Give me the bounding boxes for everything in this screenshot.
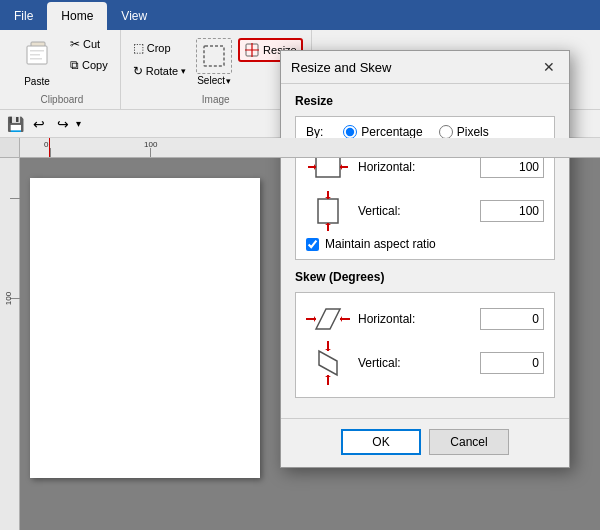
resize-percentage-label[interactable]: Percentage <box>343 125 422 139</box>
maintain-aspect-label: Maintain aspect ratio <box>325 237 436 251</box>
resize-icon <box>244 42 260 58</box>
crop-button[interactable]: ⬚ Crop <box>129 38 190 58</box>
image-group-label: Image <box>129 94 303 105</box>
copy-icon: ⧉ <box>70 58 79 72</box>
cut-icon: ✂ <box>70 37 80 51</box>
maintain-aspect-row: Maintain aspect ratio <box>306 237 544 251</box>
paste-label: Paste <box>24 76 50 87</box>
skew-section-box: Horizontal: Vertical: <box>295 292 555 398</box>
ribbon-group-clipboard: Paste ✂ Cut ⧉ Copy Clipboard <box>4 30 121 109</box>
resize-percentage-text: Percentage <box>361 125 422 139</box>
ruler-vertical: 100 <box>0 158 20 530</box>
crop-label: Crop <box>147 42 171 54</box>
skew-h-label: Horizontal: <box>358 312 472 326</box>
resize-h-label: Horizontal: <box>358 160 472 174</box>
canvas-paper <box>30 178 260 478</box>
dialog-title: Resize and Skew <box>291 60 391 75</box>
resize-by-label: By: <box>306 125 323 139</box>
svg-marker-20 <box>340 316 342 322</box>
select-button-wrapper: Select ▾ <box>196 38 232 86</box>
resize-skew-dialog[interactable]: Resize and Skew ✕ Resize By: Percentage … <box>280 50 570 468</box>
ruler-corner <box>0 138 20 158</box>
resize-pixels-radio[interactable] <box>439 125 453 139</box>
cut-label: Cut <box>83 38 100 50</box>
crop-rotate-col: ⬚ Crop ↻ Rotate ▾ <box>129 38 190 81</box>
skew-v-icon <box>306 345 350 381</box>
svg-marker-22 <box>325 349 331 351</box>
svg-rect-5 <box>204 46 224 66</box>
ruler-v-mark-100: 100 <box>4 292 13 305</box>
cancel-button[interactable]: Cancel <box>429 429 509 455</box>
skew-v-label: Vertical: <box>358 356 472 370</box>
paste-button[interactable]: Paste <box>12 34 62 92</box>
save-button[interactable]: 💾 <box>4 113 26 135</box>
copy-label: Copy <box>82 59 108 71</box>
ruler-mark-100: 100 <box>144 140 157 149</box>
ruler-mark-0: 0 <box>44 140 48 149</box>
resize-by-row: By: Percentage Pixels <box>306 125 544 139</box>
svg-rect-12 <box>318 199 338 223</box>
rotate-dropdown-icon: ▾ <box>181 66 186 76</box>
select-dropdown-icon: ▾ <box>226 76 231 86</box>
clipboard-small-buttons: ✂ Cut ⧉ Copy <box>66 34 112 75</box>
resize-v-input[interactable] <box>480 200 544 222</box>
dialog-titlebar: Resize and Skew ✕ <box>281 51 569 84</box>
tab-view[interactable]: View <box>107 2 161 30</box>
svg-rect-4 <box>30 58 42 60</box>
resize-v-label: Vertical: <box>358 204 472 218</box>
resize-pixels-text: Pixels <box>457 125 489 139</box>
svg-rect-3 <box>30 54 40 56</box>
select-button[interactable] <box>196 38 232 74</box>
redo-button[interactable]: ↪ <box>52 113 74 135</box>
svg-rect-2 <box>30 50 44 52</box>
copy-button[interactable]: ⧉ Copy <box>66 55 112 75</box>
toolbar-dropdown[interactable]: ▾ <box>76 118 81 129</box>
resize-percentage-radio[interactable] <box>343 125 357 139</box>
maintain-aspect-checkbox[interactable] <box>306 238 319 251</box>
ruler-horizontal: 0 100 <box>20 138 600 158</box>
resize-section-title: Resize <box>295 94 555 108</box>
svg-marker-18 <box>314 316 316 322</box>
skew-section-title: Skew (Degrees) <box>295 270 555 284</box>
select-label-row: Select ▾ <box>197 75 231 86</box>
clipboard-group-label: Clipboard <box>40 94 83 105</box>
skew-h-input[interactable] <box>480 308 544 330</box>
dialog-body: Resize By: Percentage Pixels <box>281 84 569 418</box>
svg-rect-7 <box>316 157 340 177</box>
svg-marker-24 <box>325 375 331 377</box>
rotate-button[interactable]: ↻ Rotate ▾ <box>129 61 190 81</box>
skew-h-icon <box>306 301 350 337</box>
tab-file[interactable]: File <box>0 2 47 30</box>
select-label: Select <box>197 75 225 86</box>
ok-button[interactable]: OK <box>341 429 421 455</box>
rotate-label: Rotate <box>146 65 178 77</box>
ruler-cursor <box>49 138 50 158</box>
skew-v-input[interactable] <box>480 352 544 374</box>
undo-button[interactable]: ↩ <box>28 113 50 135</box>
rotate-icon: ↻ <box>133 64 143 78</box>
dialog-footer: OK Cancel <box>281 418 569 467</box>
tab-home[interactable]: Home <box>47 2 107 30</box>
paste-icon <box>23 40 51 74</box>
cut-button[interactable]: ✂ Cut <box>66 34 112 54</box>
resize-vertical-row: Vertical: <box>306 193 544 229</box>
resize-v-icon <box>306 193 350 229</box>
crop-icon: ⬚ <box>133 41 144 55</box>
dialog-close-button[interactable]: ✕ <box>539 57 559 77</box>
ribbon-tabs: File Home View <box>0 0 600 30</box>
resize-h-input[interactable] <box>480 156 544 178</box>
resize-pixels-label[interactable]: Pixels <box>439 125 489 139</box>
skew-vertical-row: Vertical: <box>306 345 544 381</box>
skew-horizontal-row: Horizontal: <box>306 301 544 337</box>
